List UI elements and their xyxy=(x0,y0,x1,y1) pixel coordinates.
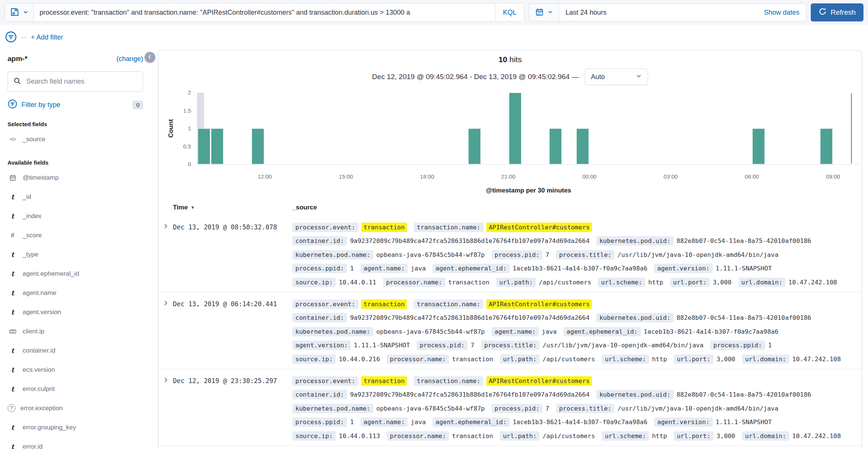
change-index-link[interactable]: (change) xyxy=(116,55,143,63)
field-value: 1 xyxy=(768,342,772,349)
field-value-highlighted: transaction xyxy=(361,223,407,232)
field-item-error.id[interactable]: terror.id xyxy=(8,437,143,449)
field-name: error.exception xyxy=(20,405,63,412)
expand-doc-button[interactable] xyxy=(162,377,169,384)
field-item-_index[interactable]: t_index xyxy=(8,206,143,226)
histogram-bar[interactable] xyxy=(752,128,765,164)
query-input[interactable]: processor.event: "transaction" and trans… xyxy=(34,3,495,21)
expand-doc-button[interactable] xyxy=(162,300,169,307)
hits-row: 10 hits xyxy=(159,55,862,64)
source-icon: </> xyxy=(8,136,18,142)
text-icon: t xyxy=(8,366,18,374)
field-item-_score[interactable]: #_score xyxy=(8,226,143,245)
histogram-bar[interactable] xyxy=(252,128,264,164)
field-key-chip: transaction.name: xyxy=(414,376,483,386)
calendar-button[interactable] xyxy=(529,4,559,21)
interval-select[interactable]: Auto xyxy=(585,69,648,85)
field-key-chip: agent.ephemeral_id: xyxy=(432,264,510,273)
collapse-sidebar-button[interactable] xyxy=(145,52,155,63)
field-key-chip: process.title: xyxy=(556,250,614,260)
field-key-chip: url.port: xyxy=(674,354,713,364)
table-header: Time ▼ _source xyxy=(159,202,862,216)
histogram-bar[interactable] xyxy=(576,128,589,164)
discover-panel: 10 hits Dec 12, 2019 @ 09:45:02.964 - De… xyxy=(158,50,862,449)
doc-source: processor.event:transactiontransaction.n… xyxy=(292,297,859,366)
field-name: error.grouping_key xyxy=(23,424,76,431)
field-item-ecs.version[interactable]: tecs.version xyxy=(8,360,143,379)
field-item-error.grouping_key[interactable]: terror.grouping_key xyxy=(8,418,143,437)
field-item-_type[interactable]: t_type xyxy=(8,245,143,264)
field-key-chip: url.domain: xyxy=(742,431,789,441)
field-search-input[interactable] xyxy=(26,77,138,86)
field-value: java xyxy=(411,418,426,426)
refresh-icon xyxy=(819,8,827,17)
field-item-agent.version[interactable]: tagent.version xyxy=(8,302,143,322)
calendar-icon xyxy=(535,8,544,18)
field-key-chip: kubernetes.pod.uid: xyxy=(596,313,674,322)
query-bar-row: processor.event: "transaction" and trans… xyxy=(0,0,868,25)
histogram-bar[interactable] xyxy=(549,128,562,164)
field-key-chip: process.title: xyxy=(481,341,539,350)
field-name: _index xyxy=(23,212,41,220)
field-item-_source[interactable]: </>_source xyxy=(8,130,143,149)
y-axis-tick: 0 xyxy=(188,161,191,167)
x-axis-tick: 00:00 xyxy=(574,173,605,180)
field-value: 1.11.1-SNAPSHOT xyxy=(354,342,410,349)
field-name: error.id xyxy=(23,443,43,449)
histogram-bar[interactable] xyxy=(211,128,223,164)
field-search-box xyxy=(8,71,143,92)
kql-button[interactable]: KQL xyxy=(495,3,524,21)
field-key-chip: agent.version: xyxy=(654,264,712,273)
y-axis-tick: 2 xyxy=(188,89,191,96)
field-key-chip: processor.name: xyxy=(387,431,449,441)
histogram-plot xyxy=(197,93,860,165)
field-value: /usr/lib/jvm/java-10-openjdk-amd64/bin/j… xyxy=(617,405,778,412)
field-value: 1.11.1-SNAPSHOT xyxy=(716,265,772,272)
field-item-error.culprit[interactable]: terror.culprit xyxy=(8,379,143,399)
filter-count-badge: 0 xyxy=(133,101,143,109)
save-query-button[interactable] xyxy=(5,3,34,21)
field-value: 882e8b07-0c54-11ea-8a75-42010af00186 xyxy=(677,314,811,321)
field-key-chip: process.pid: xyxy=(417,341,468,350)
field-item-container.id[interactable]: tcontainer.id xyxy=(8,341,143,360)
histogram-chart: Count 00.511.52 12:0015:0018:0021:0000:0… xyxy=(159,86,862,199)
field-key-chip: source.ip: xyxy=(292,354,336,364)
histogram-bar[interactable] xyxy=(820,128,833,164)
field-key-chip: process.ppid: xyxy=(292,417,347,427)
field-value: opbeans-java-67845c5b44-wf87p xyxy=(376,405,485,412)
add-filter-button[interactable]: + Add filter xyxy=(31,34,63,41)
field-value: transaction xyxy=(452,356,493,363)
field-value-highlighted: APIRestController#customers xyxy=(486,223,592,232)
field-item-client.ip[interactable]: client.ip xyxy=(8,322,143,341)
histogram-bar[interactable] xyxy=(509,93,521,164)
field-key-chip: url.path: xyxy=(500,431,539,441)
field-item-error.exception[interactable]: ?error.exception xyxy=(8,399,143,418)
field-key-chip: transaction.name: xyxy=(414,223,483,232)
table-row: Dec 13, 2019 @ 06:14:20.441processor.eve… xyxy=(159,292,862,369)
field-item-agent.ephemeral_id[interactable]: tagent.ephemeral_id xyxy=(8,264,143,283)
doc-source: processor.event:transactiontransaction.n… xyxy=(292,374,859,443)
field-key-chip: kubernetes.pod.uid: xyxy=(596,390,674,399)
filter-funnel-icon[interactable] xyxy=(5,31,17,44)
field-value: /usr/lib/jvm/java-10-openjdk-amd64/bin/j… xyxy=(542,342,703,349)
field-value: 1.11.1-SNAPSHOT xyxy=(716,418,772,426)
x-axis-tick: 03:00 xyxy=(655,173,686,180)
show-dates-link[interactable]: Show dates xyxy=(764,9,806,17)
field-value: /api/customers xyxy=(542,356,595,363)
time-column-header[interactable]: Time ▼ xyxy=(173,204,195,211)
y-axis-tick: 1.5 xyxy=(183,107,191,114)
text-icon: t xyxy=(8,443,18,449)
field-item-agent.name[interactable]: tagent.name xyxy=(8,283,143,302)
filter-by-type-button[interactable]: Filter by type 0 xyxy=(8,99,143,110)
histogram-bar[interactable] xyxy=(198,128,210,164)
field-name: error.culprit xyxy=(23,385,55,393)
doc-timestamp: Dec 13, 2019 @ 08:50:32.078 xyxy=(173,220,277,234)
field-item-@timestamp[interactable]: @timestamp xyxy=(8,168,143,187)
time-range-label[interactable]: Last 24 hours xyxy=(559,9,764,17)
x-axis-tick: 06:00 xyxy=(736,173,768,180)
expand-doc-button[interactable] xyxy=(162,223,169,231)
refresh-button[interactable]: Refresh xyxy=(811,3,863,21)
histogram-bar[interactable] xyxy=(468,128,481,164)
hits-count: 10 xyxy=(498,55,507,64)
field-item-_id[interactable]: t_id xyxy=(8,187,143,206)
